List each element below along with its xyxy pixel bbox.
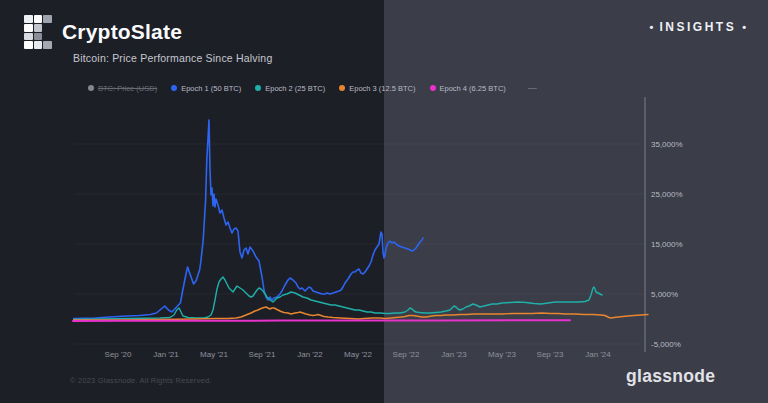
y-axis-tick-label: 15,000% (651, 240, 683, 249)
x-axis-tick-label: May '22 (344, 350, 372, 359)
x-axis-tick-label: Sep '21 (249, 350, 276, 359)
y-axis-tick-label: -5,000% (651, 340, 681, 349)
x-axis-tick-label: Sep '22 (393, 350, 420, 359)
x-axis-tick-label: May '23 (488, 350, 516, 359)
x-axis-tick-label: Sep '23 (537, 350, 564, 359)
x-axis-tick-label: Jan '22 (297, 350, 323, 359)
insights-page: CryptoSlate Bitcoin: Price Performance S… (0, 0, 768, 403)
copyright-text: © 2023 Glassnode. All Rights Reserved. (70, 376, 212, 385)
x-axis-tick-label: Jan '24 (585, 350, 611, 359)
x-axis-tick-label: May '21 (200, 350, 228, 359)
y-axis-tick-label: 35,000% (651, 140, 683, 149)
series-line-0 (74, 120, 423, 319)
line-chart[interactable]: 35,000%25,000%15,000%5,000%-5,000%Sep '2… (0, 0, 768, 403)
series-line-3 (73, 320, 570, 321)
y-axis-tick-label: 5,000% (651, 290, 678, 299)
x-axis-tick-label: Jan '21 (153, 350, 179, 359)
y-axis-tick-label: 25,000% (651, 190, 683, 199)
x-axis-tick-label: Jan '23 (441, 350, 467, 359)
glassnode-wordmark: glassnode (626, 366, 715, 387)
x-axis-tick-label: Sep '20 (105, 350, 132, 359)
